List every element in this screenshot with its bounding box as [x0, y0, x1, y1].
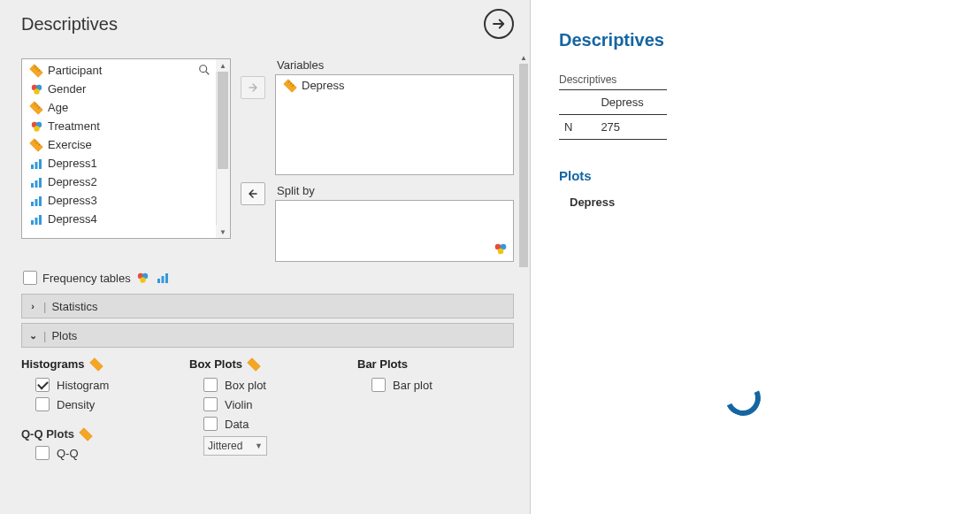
- move-buttons-col: [240, 58, 266, 262]
- results-panel: Descriptives Descriptives Depress N275 P…: [531, 0, 980, 514]
- density-option[interactable]: Density: [35, 397, 163, 411]
- svg-rect-2: [29, 64, 43, 78]
- ordinal-icon: [29, 176, 43, 188]
- plots-label: Plots: [51, 329, 77, 342]
- options-panel: Descriptives Participant Gender Age Trea…: [0, 0, 531, 514]
- nominal-icon: [494, 243, 508, 257]
- panel-body: Participant Gender Age Treatment Exercis…: [0, 51, 530, 514]
- var-item[interactable]: Depress: [276, 75, 513, 95]
- svg-point-41: [141, 277, 146, 282]
- svg-rect-9: [29, 101, 43, 115]
- svg-rect-32: [283, 79, 297, 93]
- svg-rect-22: [39, 159, 42, 169]
- move-from-splitby-button[interactable]: [241, 182, 265, 205]
- svg-rect-45: [89, 357, 103, 372]
- arrow-right-icon: [248, 82, 258, 93]
- barplots-heading: Bar Plots: [357, 357, 499, 371]
- scale-icon: [29, 102, 43, 114]
- nominal-icon: [29, 120, 43, 133]
- scale-icon: [247, 358, 261, 371]
- barplot-option[interactable]: Bar plot: [371, 378, 499, 392]
- var-item[interactable]: Treatment: [22, 117, 230, 135]
- scale-icon: [29, 65, 43, 77]
- splitby-drop-target[interactable]: [275, 200, 514, 262]
- panel-header: Descriptives: [0, 0, 530, 51]
- var-item[interactable]: Depress4: [22, 210, 230, 228]
- boxplot-option[interactable]: Box plot: [203, 378, 331, 392]
- boxplot-checkbox[interactable]: [203, 378, 218, 392]
- data-checkbox[interactable]: [203, 417, 218, 431]
- var-item[interactable]: Depress1: [22, 154, 230, 173]
- svg-rect-23: [31, 183, 34, 188]
- svg-rect-31: [39, 215, 42, 225]
- jitter-select[interactable]: Jittered▼: [203, 436, 267, 456]
- chevron-down-icon: ⌄: [27, 330, 38, 341]
- scroll-up-icon[interactable]: ▲: [216, 59, 230, 72]
- ordinal-icon: [29, 157, 43, 170]
- violin-checkbox[interactable]: [203, 397, 218, 411]
- svg-rect-44: [165, 273, 168, 283]
- table-row-label: N: [559, 115, 595, 140]
- scroll-thumb[interactable]: [519, 64, 528, 267]
- variables-drop-target[interactable]: Depress: [275, 74, 514, 175]
- scroll-thumb[interactable]: [218, 72, 228, 169]
- variables-label: Variables: [277, 58, 514, 72]
- qq-checkbox[interactable]: [35, 446, 50, 460]
- descriptives-table: Depress N275: [559, 89, 667, 140]
- panel-scrollbar[interactable]: ▲: [517, 51, 530, 511]
- var-item[interactable]: Age: [22, 98, 230, 117]
- histogram-checkbox[interactable]: [35, 378, 50, 392]
- svg-rect-28: [39, 196, 42, 206]
- plot-variable-name: Depress: [570, 196, 962, 209]
- svg-rect-42: [157, 279, 160, 283]
- table-col-header: Depress: [595, 90, 666, 115]
- var-item[interactable]: Depress3: [22, 191, 230, 210]
- svg-rect-21: [35, 162, 38, 169]
- scale-icon: [29, 139, 43, 151]
- ordinal-icon: [29, 195, 43, 207]
- scale-icon: [89, 358, 103, 371]
- svg-rect-47: [247, 357, 261, 372]
- svg-point-38: [498, 249, 504, 255]
- statistics-section-toggle[interactable]: › | Statistics: [21, 294, 514, 318]
- splitby-label: Split by: [277, 184, 514, 197]
- ordinal-icon: [29, 213, 43, 226]
- scale-icon: [79, 428, 93, 441]
- qq-heading: Q-Q Plots: [21, 427, 163, 441]
- svg-rect-20: [31, 165, 34, 169]
- arrow-right-icon: [491, 16, 507, 32]
- scroll-up-icon[interactable]: ▲: [517, 51, 530, 64]
- barplot-checkbox[interactable]: [371, 378, 386, 392]
- var-item[interactable]: Depress2: [22, 173, 230, 191]
- svg-point-8: [34, 88, 39, 94]
- var-item[interactable]: Exercise: [22, 135, 230, 154]
- move-to-variables-button[interactable]: [241, 76, 265, 99]
- frequency-tables-checkbox[interactable]: [23, 271, 37, 285]
- svg-rect-26: [31, 202, 34, 206]
- ordinal-icon: [156, 272, 170, 284]
- svg-point-15: [34, 126, 39, 131]
- data-option[interactable]: Data: [203, 417, 331, 431]
- plots-section-toggle[interactable]: ⌄ | Plots: [21, 323, 514, 348]
- svg-rect-27: [35, 199, 38, 206]
- var-item[interactable]: Participant: [22, 61, 230, 80]
- run-arrow-button[interactable]: [484, 9, 514, 39]
- svg-rect-29: [31, 220, 34, 225]
- available-variables-list[interactable]: Participant Gender Age Treatment Exercis…: [21, 58, 231, 239]
- scroll-down-icon[interactable]: ▼: [216, 226, 230, 238]
- frequency-tables-option[interactable]: Frequency tables: [23, 271, 514, 285]
- svg-rect-30: [35, 218, 38, 225]
- density-checkbox[interactable]: [35, 397, 50, 411]
- chevron-right-icon: ›: [27, 301, 38, 311]
- var-list-scrollbar[interactable]: ▲ ▼: [216, 59, 230, 238]
- results-title: Descriptives: [559, 30, 962, 50]
- plots-section-content: Histograms Histogram Density Q-Q Plots Q…: [21, 352, 514, 465]
- violin-option[interactable]: Violin: [203, 397, 331, 411]
- qq-option[interactable]: Q-Q: [35, 446, 163, 460]
- svg-rect-25: [39, 178, 42, 188]
- panel-title: Descriptives: [21, 14, 118, 35]
- histogram-option[interactable]: Histogram: [35, 378, 163, 392]
- var-item[interactable]: Gender: [22, 80, 230, 98]
- results-table-caption: Descriptives: [559, 73, 962, 86]
- boxplots-heading: Box Plots: [189, 357, 331, 371]
